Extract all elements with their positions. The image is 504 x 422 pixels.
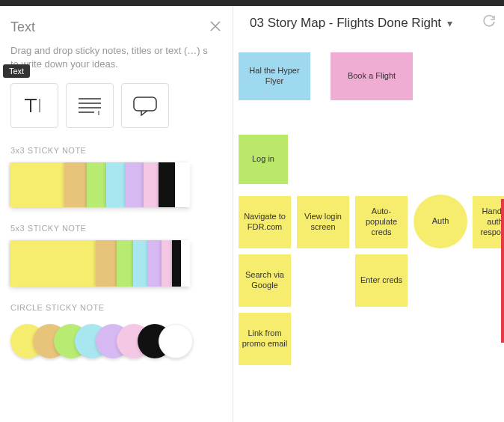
panel-title: Text <box>10 19 222 35</box>
note-login[interactable]: Log in <box>239 135 288 184</box>
canvas-header: 03 Story Map - Flights Done Right ▾ <box>233 6 504 40</box>
swatch-orange[interactable] <box>64 162 87 207</box>
note-persona[interactable]: Hal the Hyper Flyer <box>239 52 310 100</box>
comment-tool-button[interactable] <box>121 83 169 128</box>
swatch2-white[interactable] <box>181 240 190 287</box>
section-3x3-label: 3x3 STICKY NOTE <box>10 146 222 155</box>
paragraph-tool-button[interactable] <box>66 83 114 128</box>
canvas-area[interactable]: 03 Story Map - Flights Done Right ▾ Hal … <box>233 6 504 422</box>
text-tool-button[interactable] <box>10 83 58 128</box>
swatch-pink[interactable] <box>144 162 159 207</box>
swatch2-black[interactable] <box>172 240 181 287</box>
note-nav[interactable]: Navigate to FDR.com <box>239 196 291 248</box>
red-edge-bar <box>501 199 504 343</box>
note-handle[interactable]: Handle auth respons <box>473 196 504 248</box>
note-book[interactable]: Book a Flight <box>331 52 413 100</box>
swatch-yellow[interactable] <box>10 162 64 207</box>
note-auto[interactable]: Auto-populate creds <box>355 196 408 248</box>
text-tooltip: Text <box>3 64 30 78</box>
swatch-strip-5x3[interactable] <box>10 240 190 287</box>
swatch2-orange[interactable] <box>96 240 117 287</box>
swatch2-yellow[interactable] <box>10 240 96 287</box>
window-topbar <box>0 0 504 6</box>
section-circle-label: CIRCLE STICKY NOTE <box>10 303 222 312</box>
swatch-white[interactable] <box>175 162 190 207</box>
text-panel: Text Drag and drop sticky notes, titles … <box>0 6 233 422</box>
note-link[interactable]: Link from promo email <box>239 313 291 365</box>
section-5x3-label: 5x3 STICKY NOTE <box>10 224 222 233</box>
swatch2-green[interactable] <box>117 240 133 287</box>
refresh-icon[interactable] <box>483 15 497 32</box>
tool-row <box>10 83 222 128</box>
swatch2-cyan[interactable] <box>133 240 148 287</box>
swatch-cyan[interactable] <box>106 162 126 207</box>
swatch2-purple[interactable] <box>148 240 162 287</box>
swatch-green[interactable] <box>87 162 106 207</box>
note-search[interactable]: Search via Google <box>239 254 291 307</box>
swatch-black[interactable] <box>159 162 175 207</box>
swatch-strip-3x3[interactable] <box>10 162 190 207</box>
circle-swatch-row[interactable] <box>10 319 222 364</box>
chevron-down-icon[interactable]: ▾ <box>447 17 452 29</box>
note-enter[interactable]: Enter creds <box>355 254 408 307</box>
swatch2-pink[interactable] <box>162 240 172 287</box>
svg-rect-0 <box>134 97 156 111</box>
canvas-title: 03 Story Map - Flights Done Right <box>250 16 441 31</box>
circle-white[interactable] <box>159 324 193 358</box>
note-auth[interactable]: Auth <box>414 195 467 248</box>
note-view[interactable]: View login screen <box>297 196 349 248</box>
swatch-purple[interactable] <box>126 162 144 207</box>
panel-description: Drag and drop sticky notes, titles or te… <box>10 44 212 71</box>
close-icon[interactable] <box>209 19 222 35</box>
